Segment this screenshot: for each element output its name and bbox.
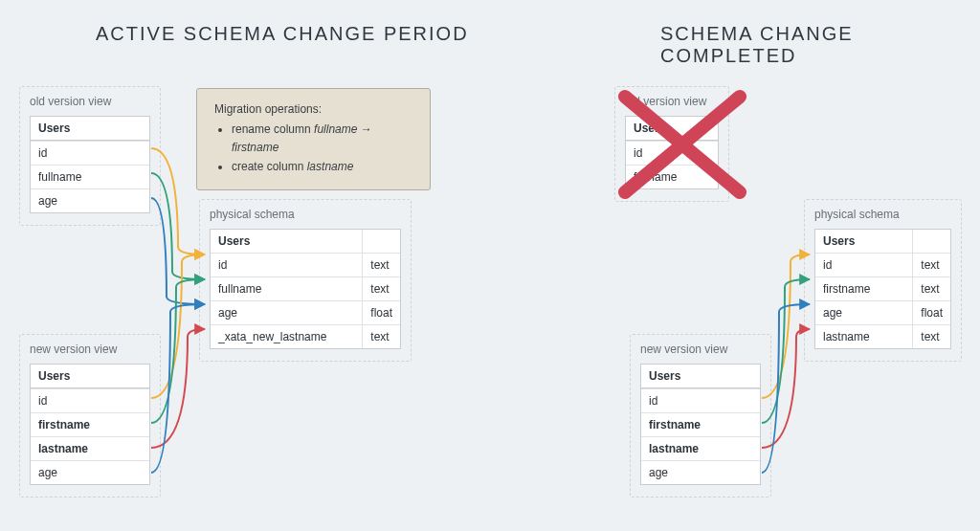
em: firstname (232, 141, 278, 154)
panel-label: new version view (640, 343, 761, 356)
col: age (31, 188, 149, 212)
panel-old-view-right: old version view Users id fullname (614, 86, 729, 202)
migration-heading: Migration operations: (214, 100, 412, 119)
col: age (31, 460, 149, 484)
table-new-view-left: Users id firstname lastname age (30, 364, 150, 485)
col: _xata_new_lastname (211, 324, 362, 348)
arrow: → (357, 122, 371, 136)
panel-label: new version view (30, 343, 150, 356)
migration-operations-box: Migration operations: rename column full… (196, 88, 431, 190)
table-physical-left: Users idtext fullnametext agefloat _xata… (210, 229, 401, 349)
col: age (815, 300, 912, 324)
em: lastname (307, 160, 354, 173)
type: text (362, 324, 400, 348)
col: id (31, 141, 149, 165)
table-header: Users (31, 365, 149, 388)
type: text (912, 277, 950, 300)
col: firstname (815, 277, 912, 300)
col: id (31, 388, 149, 412)
em: fullname (314, 122, 357, 136)
panel-label: old version view (30, 95, 150, 108)
col: id (211, 253, 362, 277)
th: Users (211, 230, 362, 253)
col: firstname (641, 412, 760, 436)
panel-label: old version view (625, 95, 719, 108)
panel-old-view-left: old version view Users id fullname age (19, 86, 161, 226)
panel-new-view-left: new version view Users id firstname last… (19, 334, 161, 498)
th (912, 230, 950, 253)
table-header: Users (31, 117, 149, 141)
col: id (626, 141, 718, 165)
table-old-view-right: Users id fullname (625, 116, 719, 189)
col: id (815, 253, 912, 277)
type: text (362, 277, 400, 300)
col: fullname (31, 165, 149, 188)
col: firstname (31, 412, 149, 436)
type: text (912, 324, 950, 348)
table-header: Users (641, 365, 760, 388)
panel-physical-right: physical schema Users idtext firstnamete… (804, 199, 962, 362)
col: lastname (815, 324, 912, 348)
col: fullname (626, 165, 718, 188)
col: lastname (641, 436, 760, 460)
panel-new-view-right: new version view Users id firstname last… (630, 334, 771, 498)
col: id (641, 388, 760, 412)
table-header: Users (626, 117, 718, 141)
migration-op: create column lastname (232, 158, 412, 176)
table-new-view-right: Users id firstname lastname age (640, 364, 761, 485)
panel-physical-left: physical schema Users idtext fullnametex… (199, 199, 412, 362)
title-completed: SCHEMA CHANGE COMPLETED (660, 23, 980, 67)
type: text (362, 253, 400, 277)
type: float (362, 300, 400, 324)
migration-op: rename column fullname → firstname (232, 121, 412, 157)
col: lastname (31, 436, 149, 460)
title-active: ACTIVE SCHEMA CHANGE PERIOD (96, 23, 469, 45)
col: fullname (211, 277, 362, 300)
table-physical-right: Users idtext firstnametext agefloat last… (814, 229, 951, 349)
t: rename column (232, 122, 314, 136)
type: text (912, 253, 950, 277)
th: Users (815, 230, 912, 253)
table-old-view-left: Users id fullname age (30, 116, 150, 213)
type: float (912, 300, 950, 324)
col: age (641, 460, 760, 484)
t: create column (232, 160, 307, 173)
col: age (211, 300, 362, 324)
panel-label: physical schema (814, 208, 951, 221)
th (362, 230, 400, 253)
panel-label: physical schema (210, 208, 401, 221)
